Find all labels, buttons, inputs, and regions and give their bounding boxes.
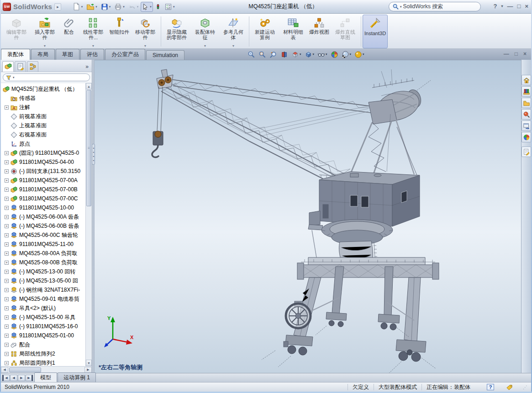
first-tab-button[interactable]: ◀ [2, 375, 10, 381]
tree-item[interactable]: +911801MQ4525-01-00 [1, 331, 85, 340]
hide-show-items-dropdown-caret[interactable]: ▾ [326, 52, 327, 56]
apply-scene-dropdown-caret[interactable]: ▾ [350, 52, 352, 56]
undo-button[interactable]: ▾ [127, 2, 140, 12]
menu-expand-icon[interactable]: ▸ [54, 3, 61, 10]
save-button[interactable]: ▾ [100, 2, 112, 12]
ribbon-button-show-hidden[interactable]: 显示隐藏的零部件 [163, 15, 191, 48]
ribbon-dropdown-caret[interactable]: ▼ [92, 44, 95, 47]
tree-expander-icon[interactable]: + [5, 206, 9, 210]
tag-icon[interactable] [506, 384, 513, 390]
new-document-dropdown-caret[interactable]: ▾ [81, 5, 83, 9]
status-help-icon[interactable]: ? [487, 384, 494, 390]
view-palette-button[interactable] [521, 121, 531, 131]
panel-tab-propertymanager[interactable] [15, 61, 26, 72]
view-settings-button[interactable]: ▾ [354, 51, 364, 58]
tree-vertical-scrollbar[interactable]: ▲ ≡ ▼ [85, 83, 92, 366]
tree-item[interactable]: +MQ4525-09-01 电缆卷筒 [1, 294, 85, 304]
motion-tab-模型[interactable]: 模型 [34, 372, 57, 382]
tree-expander-icon[interactable]: + [5, 178, 9, 183]
tree-item[interactable]: +911801MQ4525-07-00C [1, 194, 85, 203]
tree-item[interactable]: +(-) 回转支承(131.50.3150 [1, 167, 85, 176]
crane-model[interactable] [95, 60, 521, 373]
doc-minimize-button[interactable]: — [504, 50, 509, 58]
panel-tab-configurationmanager[interactable] [27, 61, 38, 72]
tree-item[interactable]: +(-) MQ4525-15-00 吊具 [1, 313, 85, 322]
tree-item[interactable]: +911801MQ4525-10-00 [1, 203, 85, 212]
tree-item[interactable]: +局部线性阵列2 [1, 349, 85, 358]
ribbon-button-motion-study[interactable]: 新建运动算例 [251, 15, 279, 48]
custom-properties-button[interactable] [521, 147, 531, 157]
panel-tab-featuremanager[interactable] [2, 61, 14, 72]
tree-item[interactable]: +A注解 [1, 103, 85, 112]
apply-scene-button[interactable]: ▾ [342, 51, 352, 58]
tab-布局[interactable]: 布局 [31, 49, 55, 60]
solidworks-resources-button[interactable] [521, 75, 531, 85]
tree-expander-icon[interactable]: + [5, 315, 9, 320]
open-button[interactable]: ▾ [85, 2, 99, 12]
zoom-to-area-button[interactable] [258, 51, 266, 58]
tab-办公室产品[interactable]: 办公室产品 [105, 49, 145, 60]
tab-Simulation[interactable]: Simulation [146, 50, 184, 60]
tree-expander-icon[interactable]: + [5, 233, 9, 237]
view-settings-dropdown-caret[interactable]: ▾ [363, 52, 364, 56]
tree-item[interactable]: +配合 [1, 340, 85, 349]
tree-expander-icon[interactable]: + [5, 224, 9, 228]
tree-horizontal-scrollbar[interactable]: ◀ ▶ [1, 366, 92, 373]
select-button[interactable]: ▾ [141, 2, 153, 12]
search-results-button[interactable] [521, 109, 531, 120]
scroll-right-icon[interactable]: ▶ [84, 367, 92, 373]
tree-expander-icon[interactable]: + [5, 197, 9, 201]
magnified-selection-button[interactable] [269, 51, 277, 58]
section-view-button[interactable] [280, 51, 288, 58]
tree-item[interactable]: +(-) 钢丝绳 32NAT18X7Fi- [1, 285, 85, 294]
panel-tab-overflow[interactable]: » [85, 63, 90, 72]
view-orientation-dropdown-caret[interactable]: ▾ [300, 52, 301, 56]
display-style-dropdown-caret[interactable]: ▾ [313, 52, 315, 56]
prev-tab-button[interactable]: ◀ [10, 375, 17, 381]
graphics-viewport[interactable]: Y X *左右二等角轴测 [95, 60, 521, 373]
ribbon-button-assembly-features[interactable]: 装配体特征▼ [191, 15, 219, 48]
doc-restore-button[interactable]: □ [515, 50, 518, 58]
tree-expander-icon[interactable]: + [5, 242, 9, 246]
tree-item[interactable]: +(-) 911801MQ4525-16-0 [1, 322, 85, 331]
design-library-button[interactable] [521, 86, 531, 97]
tree-expander-icon[interactable]: + [5, 169, 9, 173]
file-explorer-button[interactable] [521, 98, 531, 108]
search-input[interactable]: SolidWorks 搜索 [403, 3, 443, 10]
ribbon-button-reference-geometry[interactable]: 参考几何体▼ [219, 15, 248, 48]
tree-item[interactable]: 前视基准面 [1, 112, 85, 121]
minimize-button[interactable]: — [507, 2, 513, 10]
search-box[interactable]: ▾ SolidWorks 搜索 [389, 2, 481, 11]
select-dropdown-caret[interactable]: ▾ [150, 5, 152, 9]
edit-appearance-button[interactable] [331, 51, 338, 58]
appearances-scenes-button[interactable] [521, 132, 531, 142]
tree-expander-icon[interactable]: + [5, 325, 9, 329]
tree-expander-icon[interactable]: + [5, 215, 9, 219]
tree-expander-icon[interactable]: + [5, 334, 9, 338]
panel-splitter-handle[interactable]: ◂◂◂◂ [92, 144, 95, 165]
ribbon-button-insert-component[interactable]: 插入零部件▼ [31, 15, 59, 48]
search-scope-caret[interactable]: ▾ [400, 5, 402, 9]
tree-item[interactable]: +911801MQ4525-11-00 [1, 240, 85, 249]
ribbon-button-move-component[interactable]: 移动零部件▼ [131, 15, 159, 48]
tree-expander-icon[interactable]: + [5, 105, 9, 110]
tree-expander-icon[interactable]: + [5, 279, 9, 283]
options-dropdown-caret[interactable]: ▾ [173, 5, 175, 9]
undo-dropdown-caret[interactable]: ▾ [137, 5, 139, 9]
ribbon-button-bom[interactable]: 材料明细表 [279, 15, 307, 48]
tree-item[interactable]: 传感器 [1, 94, 85, 103]
open-dropdown-caret[interactable]: ▾ [95, 5, 97, 9]
motion-tab-运动算例 1[interactable]: 运动算例 1 [58, 372, 96, 382]
tree-filter-input[interactable]: ▾ [3, 73, 90, 81]
doc-close-button[interactable]: × [523, 50, 527, 58]
tree-expander-icon[interactable]: + [5, 252, 9, 256]
ribbon-button-exploded-view[interactable]: 爆炸视图 [307, 15, 331, 48]
tree-item[interactable]: +(-) MQ4525-06-00A 齿条 [1, 212, 85, 221]
tree-expander-icon[interactable]: + [5, 361, 9, 365]
tree-item[interactable]: 上视基准面 [1, 121, 85, 130]
panel-splitter[interactable] [92, 60, 95, 373]
scroll-track[interactable] [86, 207, 92, 360]
tree-item[interactable]: +(固定) 911801MQ4525-0 [1, 148, 85, 157]
close-button[interactable]: × [525, 2, 528, 10]
tab-评估[interactable]: 评估 [80, 49, 104, 60]
